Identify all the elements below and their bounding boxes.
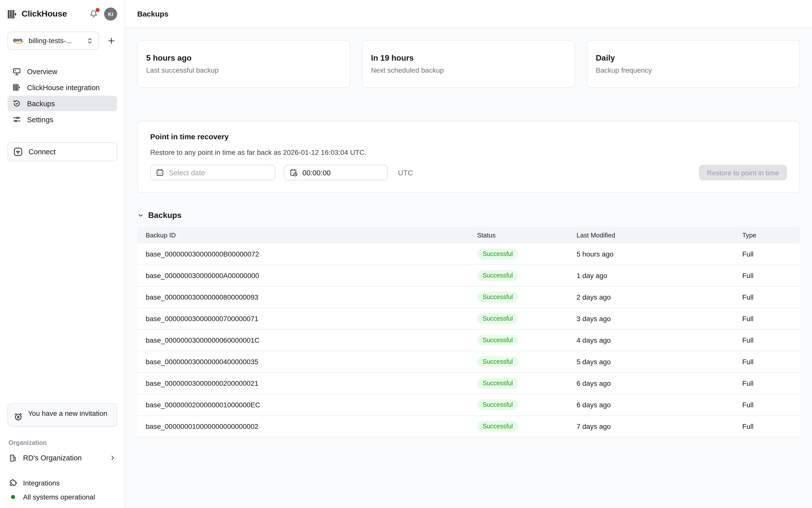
type-cell: Full [734, 330, 800, 351]
connect-label: Connect [29, 148, 56, 156]
sidebar-item-clickhouse-integration[interactable]: ClickHouse integration [7, 80, 117, 95]
card-last-backup: 5 hours ago Last successful backup [137, 40, 350, 88]
notification-dot [96, 8, 100, 12]
table-row[interactable]: base_000000030000000200000021 Successful… [137, 373, 800, 394]
sidebar-item-settings[interactable]: Settings [7, 112, 117, 127]
sidebar-item-backups[interactable]: Backups [7, 96, 117, 111]
card-title: 5 hours ago [146, 54, 341, 62]
status-badge: Successful [477, 270, 518, 281]
card-next-backup: In 19 hours Next scheduled backup [362, 40, 575, 88]
status-cell: Successful [469, 244, 568, 265]
card-title: In 19 hours [371, 54, 566, 62]
status-badge: Successful [477, 292, 518, 303]
notifications-button[interactable] [88, 8, 99, 19]
integrations-link[interactable]: Integrations [7, 478, 117, 487]
organization-row[interactable]: RD's Organization [7, 450, 117, 466]
organization-name: RD's Organization [23, 454, 103, 462]
page-title: Backups [137, 9, 169, 18]
clickhouse-home-link[interactable]: ClickHouse [7, 9, 67, 19]
table-row[interactable]: base_000000030000000800000093 Successful… [137, 287, 800, 308]
sidebar-item-label: Settings [27, 116, 53, 124]
last-modified-cell: 4 days ago [568, 330, 734, 351]
last-modified-cell: 6 days ago [568, 373, 734, 394]
clickhouse-bars-icon [12, 84, 21, 91]
wifi-connect-icon [13, 147, 22, 156]
backup-id-cell: base_000000030000000800000093 [137, 287, 469, 308]
point-in-time-recovery-card: Point in time recovery Restore to any po… [137, 121, 800, 193]
history-icon [12, 99, 21, 108]
last-modified-cell: 5 hours ago [568, 244, 734, 265]
col-backup-id: Backup ID [137, 227, 469, 244]
type-cell: Full [734, 373, 800, 394]
restore-button[interactable]: Restore to point in time [699, 165, 787, 180]
backup-id-cell: base_000000030000000400000035 [137, 351, 469, 373]
status-badge: Successful [477, 421, 518, 432]
table-row[interactable]: base_000000030000000B00000072 Successful… [137, 244, 800, 265]
page-header: Backups [125, 0, 812, 28]
backups-section-title: Backups [148, 211, 182, 220]
sidebar-bottom: Integrations All systems operational [7, 478, 117, 508]
last-modified-cell: 1 day ago [568, 265, 734, 287]
table-row[interactable]: base_000000030000000700000071 Successful… [137, 308, 800, 330]
col-type: Type [734, 227, 800, 244]
type-cell: Full [734, 351, 800, 373]
table-row[interactable]: base_000000030000000400000035 Successful… [137, 351, 800, 373]
table-row[interactable]: base_0000000200000001000000EC Successful… [137, 394, 800, 416]
backup-id-cell: base_000000010000000000000002 [137, 416, 469, 437]
system-status-link[interactable]: All systems operational [7, 493, 117, 501]
status-cell: Successful [469, 330, 568, 351]
pitr-title: Point in time recovery [150, 132, 787, 141]
backup-id-cell: base_000000030000000B00000072 [137, 244, 469, 265]
invitation-card[interactable]: You have a new invitation [7, 403, 117, 426]
sidebar-item-label: ClickHouse integration [27, 83, 100, 91]
pitr-controls: Select date [150, 165, 787, 180]
table-row[interactable]: base_000000030000000A00000000 Successful… [137, 265, 800, 287]
type-cell: Full [734, 287, 800, 308]
brand-name: ClickHouse [21, 9, 67, 19]
backup-id-cell: base_000000030000000200000021 [137, 373, 469, 394]
invitation-text: You have a new invitation [28, 408, 107, 419]
backups-section-toggle[interactable]: Backups [137, 211, 800, 220]
chevron-up-down-icon [86, 37, 94, 44]
date-input[interactable]: Select date [150, 165, 275, 180]
status-badge: Successful [477, 335, 518, 346]
status-badge: Successful [477, 378, 518, 389]
sidebar-nav: Overview ClickHouse integration [7, 64, 117, 127]
timezone-label: UTC [398, 169, 413, 177]
col-last-modified: Last Modified [568, 227, 734, 244]
last-modified-cell: 5 days ago [568, 351, 734, 373]
sliders-icon [12, 115, 21, 124]
status-cell: Successful [469, 416, 568, 437]
table-row[interactable]: base_00000003000000060000001C Successful… [137, 330, 800, 351]
calendar-icon [156, 168, 164, 177]
system-status-label: All systems operational [23, 493, 95, 501]
organization-section-label: Organization [7, 439, 117, 447]
table-row[interactable]: base_000000010000000000000002 Successful… [137, 416, 800, 437]
pitr-description: Restore to any point in time as far back… [150, 148, 787, 156]
date-placeholder: Select date [169, 169, 205, 177]
status-cell: Successful [469, 351, 568, 373]
service-selector[interactable]: aws billing-tests-... [7, 32, 99, 50]
time-value: 00:00:00 [302, 169, 331, 177]
status-cell: Successful [469, 308, 568, 330]
building-icon [8, 454, 17, 462]
backups-section: Backups Backup ID Status Last Modified T… [137, 211, 800, 437]
status-badge: Successful [477, 399, 518, 410]
aws-icon: aws [13, 37, 25, 44]
topbar-icons: KI [88, 7, 117, 20]
last-modified-cell: 6 days ago [568, 394, 734, 416]
backups-table-body: base_000000030000000B00000072 Successful… [137, 244, 800, 437]
summary-cards: 5 hours ago Last successful backup In 19… [137, 40, 800, 88]
col-status: Status [469, 227, 568, 244]
sidebar-logo-row: ClickHouse KI [7, 0, 117, 28]
app-root: ClickHouse KI aws [0, 0, 812, 508]
page-content: 5 hours ago Last successful backup In 19… [125, 28, 812, 437]
last-modified-cell: 3 days ago [568, 308, 734, 330]
type-cell: Full [734, 244, 800, 265]
connect-button[interactable]: Connect [7, 142, 117, 161]
service-selector-row: aws billing-tests-... [7, 32, 117, 50]
time-input[interactable]: 00:00:00 [284, 165, 388, 180]
add-service-button[interactable] [105, 35, 117, 47]
avatar[interactable]: KI [104, 7, 117, 20]
sidebar-item-overview[interactable]: Overview [7, 64, 117, 79]
